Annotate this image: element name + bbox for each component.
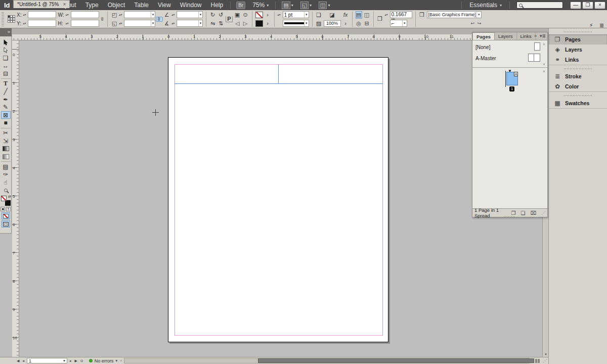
menu-view[interactable]: View (153, 2, 176, 9)
scroll-up-icon[interactable]: ∧ (542, 69, 546, 73)
panel-drag-handle[interactable] (504, 216, 516, 217)
page-tool[interactable]: ❏ (1, 54, 11, 62)
document-page[interactable] (168, 57, 388, 342)
workspace-switcher[interactable]: Essentials▾ (464, 2, 507, 9)
next-page-button[interactable]: ▸ (68, 359, 73, 363)
rotate-cw-button[interactable]: ↻ (209, 11, 216, 19)
previous-page-button[interactable]: ◂ (21, 359, 26, 363)
stroke-weight-stepper[interactable]: ▴▾ (278, 14, 281, 16)
corner-radius-field[interactable]: 0.1667 in (390, 11, 412, 18)
search-input[interactable] (516, 2, 563, 9)
bridge-button[interactable]: Br (236, 2, 245, 9)
dock-drag-handle[interactable] (564, 67, 592, 70)
scale-y-combo[interactable]: ▾ (124, 20, 155, 27)
view-mode-button[interactable] (2, 220, 10, 228)
split-view-icon[interactable] (534, 359, 541, 363)
restore-button[interactable]: ❐ (582, 2, 593, 9)
dock-item-swatches[interactable]: ▦Swatches (549, 98, 607, 108)
corner-shape-combo[interactable]: ⌐▾ (390, 20, 407, 27)
scroll-left-icon[interactable]: ‹ (119, 359, 122, 362)
select-next-button[interactable]: ▷ (242, 20, 249, 27)
h-stepper[interactable]: ▴▾ (66, 22, 69, 24)
swap-fill-stroke-icon[interactable]: ⇄ (8, 195, 11, 199)
stroke-weight-combo[interactable]: 1 pt▾ (283, 11, 309, 18)
frame-edge-horizontal[interactable] (175, 83, 383, 84)
vertical-ruler[interactable]: 012345678910 (12, 40, 19, 357)
clear-overrides-icon[interactable]: ↩ (470, 21, 474, 26)
corner-radius-stepper[interactable]: ▴▾ (385, 14, 388, 16)
new-page-button[interactable]: ❏ (521, 210, 526, 216)
scroll-up-icon[interactable]: ∧ (542, 42, 546, 46)
horizontal-scrollbar[interactable] (124, 358, 530, 363)
dock-item-layers[interactable]: ◈Layers (549, 44, 607, 55)
zoom-tool[interactable] (1, 187, 11, 194)
rotation-combo[interactable]: ▾ (177, 11, 203, 18)
last-page-button[interactable]: ▶ (73, 359, 78, 363)
note-tool[interactable]: ▤ (1, 163, 11, 170)
rotation-stepper[interactable]: ▴▾ (171, 14, 175, 16)
y-stepper[interactable]: ▴▾ (23, 22, 26, 24)
scissors-tool[interactable]: ✂ (1, 129, 11, 137)
page-number-combo[interactable]: 1▾ (27, 358, 67, 363)
wrap-bounding-box-button[interactable]: ◫ (364, 11, 370, 19)
menu-object[interactable]: Object (103, 2, 130, 9)
eyedropper-tool[interactable]: ✑ (1, 171, 11, 178)
rectangle-frame-tool[interactable]: ⊠ (1, 111, 11, 119)
selection-tool[interactable] (1, 38, 11, 46)
page-number-badge[interactable]: 1 (509, 86, 514, 92)
pencil-tool[interactable]: ✎ (1, 104, 11, 111)
y-field[interactable] (28, 20, 56, 27)
formatting-container-button[interactable]: ■ (1, 207, 5, 211)
document-tab[interactable]: *Untitled-1 @ 75% × (13, 0, 70, 8)
opacity-field[interactable]: 100% (324, 20, 341, 27)
rectangle-tool[interactable]: ■ (1, 119, 11, 127)
master-item-thumbnail[interactable] (528, 54, 540, 62)
menu-table[interactable]: Table (129, 2, 153, 9)
gradient-swatch-tool[interactable] (1, 145, 11, 153)
panel-grip[interactable] (2, 12, 4, 26)
tab-layers[interactable]: Layers (495, 32, 517, 40)
type-tool[interactable]: T (1, 80, 11, 87)
stroke-type-combo[interactable]: ▾ (283, 20, 309, 27)
x-field[interactable] (28, 11, 56, 18)
wrap-jump-button[interactable]: ⊟ (364, 20, 370, 27)
constrain-scale-icon[interactable]: ∞ (156, 17, 163, 22)
scale-y-stepper[interactable]: ▴▾ (119, 22, 122, 24)
fill-expander-icon[interactable]: › (265, 20, 271, 27)
preflight-menu-icon[interactable]: ⊙ (79, 359, 85, 363)
minimize-button[interactable]: — (570, 2, 581, 9)
hand-tool[interactable]: ☝ (1, 178, 11, 186)
stroke-swatch[interactable] (255, 12, 263, 18)
w-field[interactable] (71, 11, 99, 18)
panel-expand-icon[interactable]: » (534, 33, 537, 38)
pen-tool[interactable]: ✒ (1, 96, 11, 103)
formatting-text-button[interactable]: T (6, 207, 11, 211)
dock-item-pages[interactable]: ❐Pages (549, 34, 607, 44)
menu-help[interactable]: Help (206, 2, 228, 9)
zoom-level-dropdown[interactable]: 75%▾ (248, 2, 273, 9)
apply-none-button[interactable] (2, 212, 10, 219)
object-style-combo[interactable]: [Basic Graphics Frame]▾ (427, 11, 482, 18)
flip-horizontal-button[interactable]: ⇋ (209, 20, 216, 27)
panel-resize-grip[interactable]: ⋰ (541, 211, 545, 215)
wrap-none-button[interactable]: ▤ (356, 11, 362, 19)
flip-vertical-button[interactable]: ⇅ (218, 20, 224, 27)
constrain-dimensions-icon[interactable]: ∞ (99, 17, 105, 21)
edit-page-size-button[interactable]: ❐ (511, 210, 516, 216)
stroke-expander-icon[interactable]: › (265, 12, 271, 18)
panel-menu-icon[interactable]: ▾≣ (540, 33, 546, 38)
dock-drag-handle[interactable] (564, 30, 592, 33)
toolbar-collapse-button[interactable]: » (0, 28, 12, 36)
fill-swatch[interactable] (255, 20, 263, 27)
select-container-button[interactable]: ▣ (234, 11, 241, 19)
shear-stepper[interactable]: ▴▾ (171, 22, 175, 24)
window-resize-grip[interactable]: ⋰ (541, 358, 548, 363)
scroll-down-icon[interactable]: ∨ (542, 62, 546, 66)
drop-shadow-button[interactable]: ❑ (316, 11, 322, 19)
shear-combo[interactable]: ▾ (177, 20, 203, 27)
w-stepper[interactable]: ▴▾ (66, 14, 69, 16)
effects-menu-button[interactable]: fx (342, 11, 349, 19)
x-stepper[interactable]: ▴▾ (23, 14, 26, 16)
select-previous-button[interactable]: ◁ (234, 20, 241, 27)
delete-page-button[interactable]: ⌧ (530, 210, 536, 216)
